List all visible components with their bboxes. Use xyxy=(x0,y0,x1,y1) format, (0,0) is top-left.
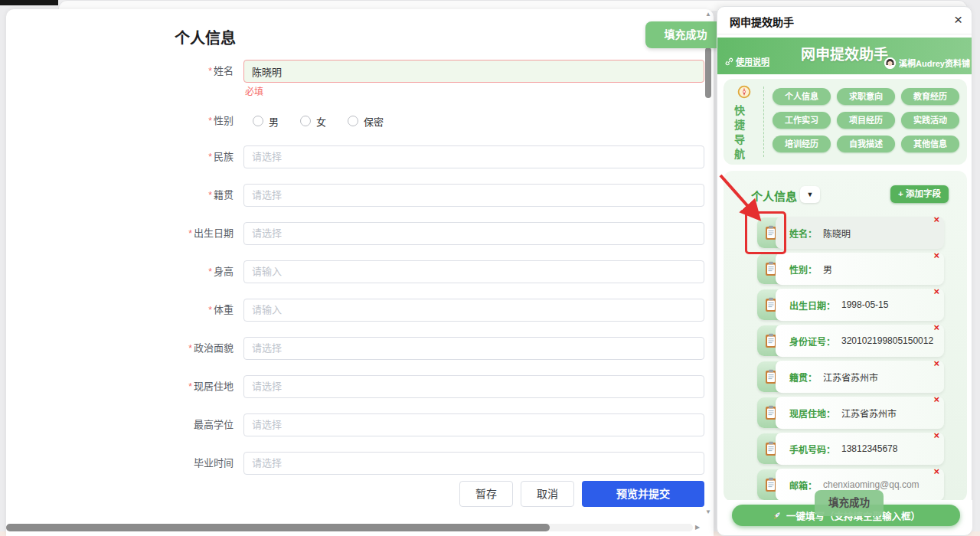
field-label-name: *姓名 xyxy=(172,60,234,83)
delete-item-icon[interactable]: × xyxy=(933,394,939,405)
required-hint: 必填 xyxy=(245,84,263,97)
gender-radio-group: 男 女 保密 xyxy=(253,113,384,129)
list-item-gender[interactable]: 性别： 男 × xyxy=(751,253,944,285)
horizontal-scrollbar-thumb[interactable] xyxy=(6,524,550,531)
nav-pill-job-intent[interactable]: 求职意向 xyxy=(837,88,895,105)
item-card[interactable]: 性别： 男 xyxy=(776,253,944,285)
radio-male[interactable]: 男 xyxy=(253,113,279,129)
birth-date-select[interactable]: 请选择 xyxy=(243,222,704,245)
list-item-phone[interactable]: 手机号码： 13812345678 × xyxy=(751,433,944,465)
nav-pill-work-intern[interactable]: 工作实习 xyxy=(773,112,831,129)
link-icon xyxy=(725,57,733,66)
item-card[interactable]: 现居住地： 江苏省苏州市 xyxy=(776,397,944,429)
quick-nav-label: 快捷导航 xyxy=(731,105,746,163)
vertical-scroll-up-icon[interactable]: ▲ xyxy=(705,11,711,18)
delete-item-icon[interactable]: × xyxy=(933,214,939,225)
radio-female[interactable]: 女 xyxy=(300,113,326,129)
list-item-id-number[interactable]: 身份证号： 320102199805150012 × xyxy=(751,325,944,357)
item-card[interactable]: 手机号码： 13812345678 xyxy=(776,433,944,465)
residence-select[interactable]: 请选择 xyxy=(243,375,704,398)
delete-item-icon[interactable]: × xyxy=(933,358,939,369)
application-form-modal: 个人信息 填充成功 *姓名 必填 *性别 男 女 保密 *民族 请选择 *籍贯 … xyxy=(6,9,714,536)
nav-pill-self-desc[interactable]: 自我描述 xyxy=(837,136,895,152)
horizontal-scrollbar-track[interactable] xyxy=(6,524,693,531)
vertical-scrollbar-thumb[interactable] xyxy=(705,47,711,98)
height-input[interactable]: 请输入 xyxy=(243,260,704,283)
chevron-down-icon: ▼ xyxy=(807,191,814,198)
cancel-button[interactable]: 取消 xyxy=(521,481,574,507)
add-field-button[interactable]: + 添加字段 xyxy=(890,185,949,203)
delete-item-icon[interactable]: × xyxy=(933,286,939,297)
field-label-gender: *性别 xyxy=(172,109,234,133)
usage-instructions-link[interactable]: 使用说明 xyxy=(725,55,769,67)
save-draft-button[interactable]: 暂存 xyxy=(459,481,513,507)
form-title: 个人信息 xyxy=(175,26,236,48)
name-input[interactable] xyxy=(243,60,704,83)
nav-pill-other-info[interactable]: 其他信息 xyxy=(901,136,959,152)
quick-nav-divider xyxy=(763,87,764,157)
delete-item-icon[interactable]: × xyxy=(933,322,939,333)
radio-circle-secret[interactable] xyxy=(348,116,358,126)
nav-pill-activities[interactable]: 实践活动 xyxy=(901,112,959,129)
quick-nav-grid: 个人信息 求职意向 教育经历 工作实习 项目经历 实践活动 培训经历 自我描述 … xyxy=(773,88,959,152)
section-collapse-button[interactable]: ▼ xyxy=(800,186,820,203)
radio-secret[interactable]: 保密 xyxy=(348,113,384,129)
panel-banner: 网申提效助手 使用说明 溪桐Audrey资料铺 xyxy=(717,38,972,74)
item-card[interactable]: 籍贯： 江苏省苏州市 xyxy=(776,361,944,393)
fields-section-card: 个人信息 ▼ + 添加字段 姓名： 陈晓明 × 性别： xyxy=(724,171,967,502)
browser-chrome-dark-strip xyxy=(0,0,58,5)
highest-degree-select[interactable]: 请选择 xyxy=(243,413,704,436)
nav-pill-projects[interactable]: 项目经历 xyxy=(837,112,895,129)
ethnicity-select[interactable]: 请选择 xyxy=(243,145,704,168)
required-asterisk: * xyxy=(208,66,212,77)
rocket-icon xyxy=(772,511,782,521)
list-item-name[interactable]: 姓名： 陈晓明 × xyxy=(751,217,944,249)
radio-circle-female[interactable] xyxy=(300,116,311,126)
compass-icon xyxy=(737,85,751,99)
delete-item-icon[interactable]: × xyxy=(933,430,939,441)
graduation-time-select[interactable]: 请选择 xyxy=(243,452,704,475)
delete-item-icon[interactable]: × xyxy=(933,466,939,477)
list-item-birth-date[interactable]: 出生日期： 1998-05-15 × xyxy=(751,289,944,321)
radio-circle-male[interactable] xyxy=(253,116,263,126)
list-item-residence[interactable]: 现居住地： 江苏省苏州市 × xyxy=(751,397,944,429)
close-icon[interactable]: × xyxy=(954,11,962,29)
nav-pill-training[interactable]: 培训经历 xyxy=(773,136,831,152)
panel-title: 网申提效助手 xyxy=(730,14,794,29)
horizontal-scroll-right-icon[interactable]: ▶ xyxy=(695,524,700,531)
weight-input[interactable]: 请输入 xyxy=(243,299,704,322)
section-title: 个人信息 xyxy=(751,188,797,204)
avatar xyxy=(884,57,896,69)
vertical-scroll-down-icon[interactable]: ▼ xyxy=(705,508,711,515)
list-item-native-place[interactable]: 籍贯： 江苏省苏州市 × xyxy=(751,361,944,393)
item-card[interactable]: 姓名： 陈晓明 xyxy=(776,217,944,249)
fill-success-toast-top: 填充成功 xyxy=(645,21,726,48)
account-badge: 溪桐Audrey资料铺 xyxy=(884,57,970,69)
panel-topbar: 网申提效助手 × xyxy=(717,7,972,34)
preview-submit-button[interactable]: 预览并提交 xyxy=(582,481,704,507)
nav-pill-personal-info[interactable]: 个人信息 xyxy=(773,88,831,105)
quick-nav-left: 快捷导航 xyxy=(731,85,757,163)
political-status-select[interactable]: 请选择 xyxy=(243,337,704,360)
item-card[interactable]: 出生日期： 1998-05-15 xyxy=(776,289,944,321)
item-card[interactable]: 身份证号： 320102199805150012 xyxy=(776,325,944,357)
nav-pill-education[interactable]: 教育经历 xyxy=(901,88,959,105)
native-place-select[interactable]: 请选择 xyxy=(243,184,704,207)
field-items-list: 姓名： 陈晓明 × 性别： 男 × 出生 xyxy=(751,217,944,502)
quick-nav-card: 快捷导航 个人信息 求职意向 教育经历 工作实习 项目经历 实践活动 培训经历 … xyxy=(724,79,967,165)
fill-success-toast-bottom: 填充成功 xyxy=(815,490,884,516)
delete-item-icon[interactable]: × xyxy=(933,250,939,261)
assistant-panel: 网申提效助手 × 网申提效助手 使用说明 溪桐Audrey资料铺 xyxy=(717,6,972,536)
